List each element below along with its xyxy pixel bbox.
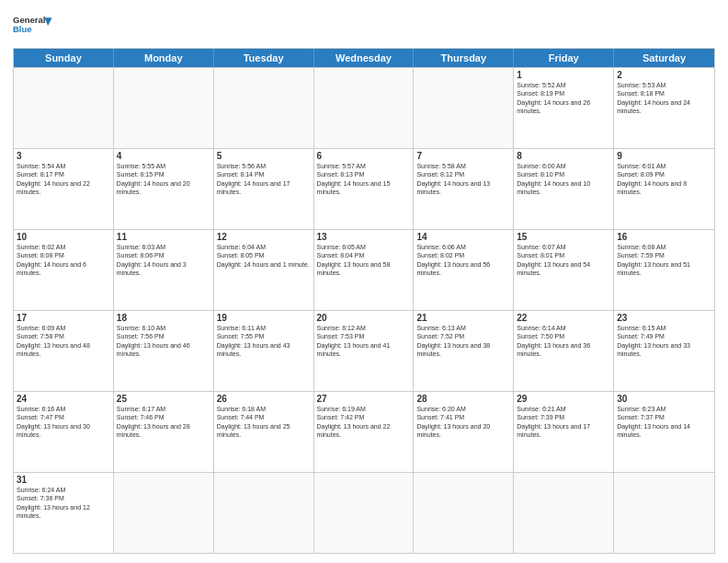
weekday-header-wednesday: Wednesday (314, 49, 415, 67)
day-number: 13 (317, 232, 411, 242)
day-info: Sunrise: 5:55 AM Sunset: 8:15 PM Dayligh… (117, 162, 210, 197)
day-number: 12 (217, 232, 311, 242)
day-info: Sunrise: 6:05 AM Sunset: 8:04 PM Dayligh… (317, 243, 411, 278)
calendar-row-4: 24Sunrise: 6:16 AM Sunset: 7:47 PM Dayli… (14, 391, 714, 472)
weekday-header-tuesday: Tuesday (214, 49, 314, 67)
day-info: Sunrise: 6:13 AM Sunset: 7:52 PM Dayligh… (416, 324, 510, 359)
calendar-cell: 18Sunrise: 6:10 AM Sunset: 7:56 PM Dayli… (114, 311, 214, 391)
calendar-cell: 8Sunrise: 6:00 AM Sunset: 8:10 PM Daylig… (514, 149, 614, 229)
day-info: Sunrise: 6:07 AM Sunset: 8:01 PM Dayligh… (517, 243, 610, 278)
day-info: Sunrise: 6:21 AM Sunset: 7:39 PM Dayligh… (517, 405, 610, 440)
day-number: 14 (416, 232, 510, 242)
calendar-cell: 22Sunrise: 6:14 AM Sunset: 7:50 PM Dayli… (514, 311, 614, 391)
day-number: 2 (617, 70, 711, 80)
day-number: 9 (617, 151, 711, 161)
day-info: Sunrise: 5:54 AM Sunset: 8:17 PM Dayligh… (17, 162, 110, 197)
calendar-cell (214, 473, 314, 553)
day-number: 25 (117, 394, 210, 404)
day-info: Sunrise: 6:03 AM Sunset: 8:06 PM Dayligh… (117, 243, 210, 278)
calendar-cell: 4Sunrise: 5:55 AM Sunset: 8:15 PM Daylig… (114, 149, 214, 229)
calendar-cell (314, 473, 415, 553)
calendar-row-3: 17Sunrise: 6:09 AM Sunset: 7:58 PM Dayli… (14, 310, 714, 391)
calendar-body: 1Sunrise: 5:52 AM Sunset: 8:19 PM Daylig… (14, 67, 714, 553)
day-number: 11 (117, 232, 210, 242)
calendar-cell (414, 473, 514, 553)
calendar-cell (614, 473, 714, 553)
calendar-cell: 26Sunrise: 6:18 AM Sunset: 7:44 PM Dayli… (214, 392, 314, 472)
calendar-cell: 13Sunrise: 6:05 AM Sunset: 8:04 PM Dayli… (314, 230, 415, 310)
day-info: Sunrise: 6:01 AM Sunset: 8:09 PM Dayligh… (617, 162, 711, 197)
day-info: Sunrise: 6:12 AM Sunset: 7:53 PM Dayligh… (317, 324, 411, 359)
day-number: 22 (517, 313, 610, 323)
calendar-cell: 9Sunrise: 6:01 AM Sunset: 8:09 PM Daylig… (614, 149, 714, 229)
weekday-header-friday: Friday (514, 49, 614, 67)
day-number: 8 (517, 151, 610, 161)
day-number: 26 (217, 394, 311, 404)
calendar-cell: 5Sunrise: 5:56 AM Sunset: 8:14 PM Daylig… (214, 149, 314, 229)
day-number: 20 (317, 313, 411, 323)
calendar-row-1: 3Sunrise: 5:54 AM Sunset: 8:17 PM Daylig… (14, 148, 714, 229)
day-info: Sunrise: 6:00 AM Sunset: 8:10 PM Dayligh… (517, 162, 610, 197)
page: General Blue SundayMondayTuesdayWednesda… (0, 0, 728, 563)
calendar-cell: 15Sunrise: 6:07 AM Sunset: 8:01 PM Dayli… (514, 230, 614, 310)
calendar-cell: 17Sunrise: 6:09 AM Sunset: 7:58 PM Dayli… (14, 311, 114, 391)
day-info: Sunrise: 6:02 AM Sunset: 8:08 PM Dayligh… (17, 243, 110, 278)
calendar-cell: 14Sunrise: 6:06 AM Sunset: 8:02 PM Dayli… (414, 230, 514, 310)
day-info: Sunrise: 5:58 AM Sunset: 8:12 PM Dayligh… (416, 162, 510, 197)
day-number: 21 (416, 313, 510, 323)
calendar-cell (114, 473, 214, 553)
day-number: 19 (217, 313, 311, 323)
day-number: 7 (416, 151, 510, 161)
calendar-cell: 10Sunrise: 6:02 AM Sunset: 8:08 PM Dayli… (14, 230, 114, 310)
day-info: Sunrise: 6:15 AM Sunset: 7:49 PM Dayligh… (617, 324, 711, 359)
header: General Blue (13, 11, 715, 40)
day-info: Sunrise: 6:23 AM Sunset: 7:37 PM Dayligh… (617, 405, 711, 440)
calendar-cell: 27Sunrise: 6:19 AM Sunset: 7:42 PM Dayli… (314, 392, 415, 472)
calendar-cell: 2Sunrise: 5:53 AM Sunset: 8:18 PM Daylig… (614, 68, 714, 148)
calendar-cell (114, 68, 214, 148)
day-info: Sunrise: 6:24 AM Sunset: 7:36 PM Dayligh… (17, 486, 110, 521)
day-number: 30 (617, 394, 711, 404)
calendar-cell (214, 68, 314, 148)
calendar-header: SundayMondayTuesdayWednesdayThursdayFrid… (14, 49, 714, 67)
day-info: Sunrise: 6:04 AM Sunset: 8:05 PM Dayligh… (217, 243, 311, 269)
day-info: Sunrise: 6:17 AM Sunset: 7:46 PM Dayligh… (117, 405, 210, 440)
day-info: Sunrise: 6:10 AM Sunset: 7:56 PM Dayligh… (117, 324, 210, 359)
calendar-cell: 7Sunrise: 5:58 AM Sunset: 8:12 PM Daylig… (414, 149, 514, 229)
day-info: Sunrise: 6:19 AM Sunset: 7:42 PM Dayligh… (317, 405, 411, 440)
day-number: 18 (117, 313, 210, 323)
svg-text:Blue: Blue (13, 24, 32, 34)
day-number: 10 (17, 232, 110, 242)
calendar-cell (14, 68, 114, 148)
calendar-cell: 23Sunrise: 6:15 AM Sunset: 7:49 PM Dayli… (614, 311, 714, 391)
calendar-cell (414, 68, 514, 148)
day-info: Sunrise: 6:14 AM Sunset: 7:50 PM Dayligh… (517, 324, 610, 359)
day-info: Sunrise: 5:56 AM Sunset: 8:14 PM Dayligh… (217, 162, 311, 197)
day-info: Sunrise: 5:57 AM Sunset: 8:13 PM Dayligh… (317, 162, 411, 197)
calendar-row-2: 10Sunrise: 6:02 AM Sunset: 8:08 PM Dayli… (14, 229, 714, 310)
calendar-cell: 24Sunrise: 6:16 AM Sunset: 7:47 PM Dayli… (14, 392, 114, 472)
calendar-cell (514, 473, 614, 553)
calendar-cell: 31Sunrise: 6:24 AM Sunset: 7:36 PM Dayli… (14, 473, 114, 553)
calendar-cell: 21Sunrise: 6:13 AM Sunset: 7:52 PM Dayli… (414, 311, 514, 391)
logo-icon: General Blue (13, 11, 53, 40)
calendar-cell: 20Sunrise: 6:12 AM Sunset: 7:53 PM Dayli… (314, 311, 415, 391)
day-number: 17 (17, 313, 110, 323)
calendar-cell: 1Sunrise: 5:52 AM Sunset: 8:19 PM Daylig… (514, 68, 614, 148)
weekday-header-thursday: Thursday (414, 49, 514, 67)
calendar-cell: 28Sunrise: 6:20 AM Sunset: 7:41 PM Dayli… (414, 392, 514, 472)
day-number: 1 (517, 70, 610, 80)
day-number: 23 (617, 313, 711, 323)
calendar: SundayMondayTuesdayWednesdayThursdayFrid… (13, 48, 715, 554)
day-number: 5 (217, 151, 311, 161)
day-info: Sunrise: 6:16 AM Sunset: 7:47 PM Dayligh… (17, 405, 110, 440)
calendar-row-5: 31Sunrise: 6:24 AM Sunset: 7:36 PM Dayli… (14, 472, 714, 553)
calendar-cell: 16Sunrise: 6:08 AM Sunset: 7:59 PM Dayli… (614, 230, 714, 310)
calendar-cell: 6Sunrise: 5:57 AM Sunset: 8:13 PM Daylig… (314, 149, 415, 229)
calendar-row-0: 1Sunrise: 5:52 AM Sunset: 8:19 PM Daylig… (14, 67, 714, 148)
calendar-cell: 25Sunrise: 6:17 AM Sunset: 7:46 PM Dayli… (114, 392, 214, 472)
calendar-cell: 11Sunrise: 6:03 AM Sunset: 8:06 PM Dayli… (114, 230, 214, 310)
day-number: 6 (317, 151, 411, 161)
svg-marker-2 (44, 17, 51, 26)
day-info: Sunrise: 5:52 AM Sunset: 8:19 PM Dayligh… (517, 81, 610, 116)
